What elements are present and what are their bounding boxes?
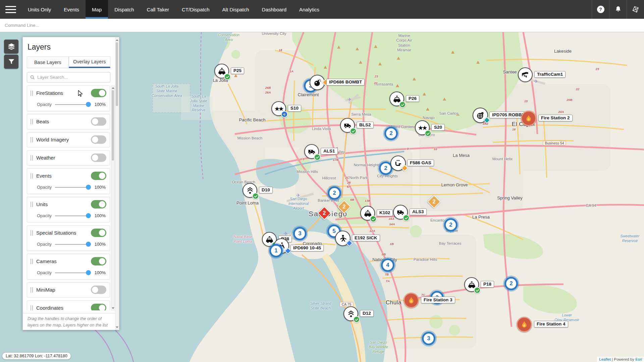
toggle-beats[interactable]	[91, 117, 106, 126]
toggle-coordinates[interactable]	[91, 304, 106, 310]
nav-tab-ct-dispatch[interactable]: CT/Dispatch	[175, 0, 216, 19]
layer-name: Weather	[36, 155, 91, 161]
nav-tab-analytics[interactable]: Analytics	[293, 0, 326, 19]
toggle-events[interactable]	[91, 172, 106, 180]
leaflet-link[interactable]: Leaflet	[599, 357, 611, 361]
tab-overlay-layers[interactable]: Overlay Layers	[69, 56, 111, 68]
opacity-value: 100%	[95, 102, 106, 107]
opacity-slider-handle[interactable]	[86, 270, 91, 275]
nav-tab-call-taker[interactable]: Call Taker	[141, 0, 175, 19]
drag-handle-icon[interactable]	[31, 230, 33, 236]
layer-row-events: EventsOpacity100%	[27, 168, 110, 194]
marker-label: ALS1	[321, 148, 338, 155]
layers-footer-note: Drag the handles to change the order of …	[23, 313, 115, 330]
nav-right-icons: ?	[592, 0, 644, 19]
search-icon	[30, 75, 35, 80]
layer-row-units: UnitsOpacity100%	[27, 197, 110, 223]
nav-tab-alt-dispatch[interactable]: Alt Dispatch	[216, 0, 256, 19]
drag-handle-icon[interactable]	[31, 305, 33, 311]
opacity-slider-handle[interactable]	[86, 213, 91, 218]
layers-tool-button[interactable]	[4, 40, 18, 54]
drag-handle-icon[interactable]	[31, 155, 33, 161]
esri-link[interactable]: Esri	[635, 357, 642, 361]
layers-panel: Layers Base Layers Overlay Layers FireSt…	[22, 37, 119, 330]
diamond-count: 2	[343, 204, 346, 210]
layer-list-scrollbar[interactable]	[111, 85, 115, 310]
opacity-value: 100%	[95, 270, 106, 275]
marker-label: D12	[360, 310, 374, 317]
marker-label: ALS3	[410, 208, 427, 215]
attribution-powered-by: Powered by	[614, 357, 634, 361]
opacity-slider[interactable]	[55, 273, 90, 273]
diamond-count: 2	[323, 210, 326, 216]
coordinates-readout: Lat: 32.861709 Lon: -117.478180	[2, 352, 71, 360]
drag-handle-icon[interactable]	[31, 173, 33, 179]
drag-handle-icon[interactable]	[31, 202, 33, 207]
layer-row-minimap: MiniMap	[27, 282, 110, 298]
map-logo-icon[interactable]	[627, 0, 644, 19]
toggle-world-imagery[interactable]	[91, 135, 106, 144]
nav-tab-map[interactable]: Map	[86, 0, 108, 19]
toggle-firestations[interactable]	[91, 89, 106, 97]
opacity-slider[interactable]	[55, 244, 90, 245]
layer-search-input[interactable]	[37, 75, 110, 80]
filter-tool-button[interactable]	[4, 55, 18, 69]
opacity-slider[interactable]	[55, 187, 90, 188]
opacity-slider-handle[interactable]	[86, 102, 91, 107]
toggle-weather[interactable]	[91, 154, 106, 162]
layer-name: Coordinates	[36, 305, 91, 310]
cluster-count: 2	[444, 218, 458, 232]
drag-handle-icon[interactable]	[31, 90, 33, 96]
notifications-bell-icon[interactable]	[609, 0, 627, 19]
command-line-input[interactable]	[0, 23, 644, 28]
layer-name: World Imagery	[36, 137, 91, 142]
status-check-icon	[474, 287, 481, 294]
layer-row-firestations: FireStationsOpacity100%	[27, 85, 110, 111]
nav-tab-dispatch[interactable]: Dispatch	[108, 0, 140, 19]
marker-label: D10	[259, 187, 273, 193]
toggle-special-situations[interactable]	[91, 229, 106, 237]
hamburger-menu-icon[interactable]	[0, 0, 21, 19]
drag-handle-icon[interactable]	[31, 137, 33, 142]
opacity-slider-handle[interactable]	[86, 242, 91, 247]
layer-row-special-situations: Special SituationsOpacity100%	[27, 225, 110, 251]
layer-row-world-imagery: World Imagery	[27, 132, 110, 147]
cctv-icon	[518, 67, 533, 82]
toggle-units[interactable]	[91, 200, 106, 208]
cluster-count: 4	[381, 258, 394, 272]
status-check-icon	[425, 130, 431, 137]
drag-handle-icon[interactable]	[31, 287, 33, 293]
status-check-icon	[399, 101, 406, 108]
drag-handle-icon[interactable]	[31, 119, 33, 124]
drag-handle-icon[interactable]	[31, 259, 33, 264]
marker-label: P18	[481, 281, 494, 288]
toggle-cameras[interactable]	[91, 257, 106, 265]
broadcast-audio-icon	[281, 111, 288, 118]
opacity-label: Opacity	[37, 102, 52, 107]
marker-label: F586 GAS	[407, 160, 434, 166]
status-check-icon	[252, 193, 259, 199]
layer-name: MiniMap	[36, 287, 91, 293]
panel-scrollbar[interactable]	[115, 38, 119, 329]
opacity-slider[interactable]	[55, 216, 90, 216]
nav-tab-events[interactable]: Events	[57, 0, 86, 19]
flame-icon	[521, 111, 536, 126]
cluster-count: 3	[422, 332, 435, 345]
marker-label: E192 SICK	[352, 235, 380, 241]
toggle-minimap[interactable]	[91, 286, 106, 294]
status-check-icon	[403, 215, 410, 221]
opacity-slider-handle[interactable]	[86, 185, 91, 190]
marker-label: Fire Station 2	[538, 115, 573, 121]
nav-tab-dashboard[interactable]: Dashboard	[256, 0, 293, 19]
status-check-icon	[353, 316, 360, 323]
layer-name: Units	[36, 201, 91, 207]
help-icon[interactable]: ?	[592, 0, 609, 19]
nav-tab-units-only[interactable]: Units Only	[21, 0, 57, 19]
command-line-bar	[0, 19, 644, 32]
marker-label: TrafficCam1	[534, 71, 566, 78]
layers-panel-tabs: Base Layers Overlay Layers	[27, 56, 110, 68]
tab-base-layers[interactable]: Base Layers	[27, 56, 69, 68]
opacity-slider[interactable]	[55, 104, 90, 105]
opacity-label: Opacity	[37, 185, 52, 190]
layer-search-box	[27, 72, 110, 82]
